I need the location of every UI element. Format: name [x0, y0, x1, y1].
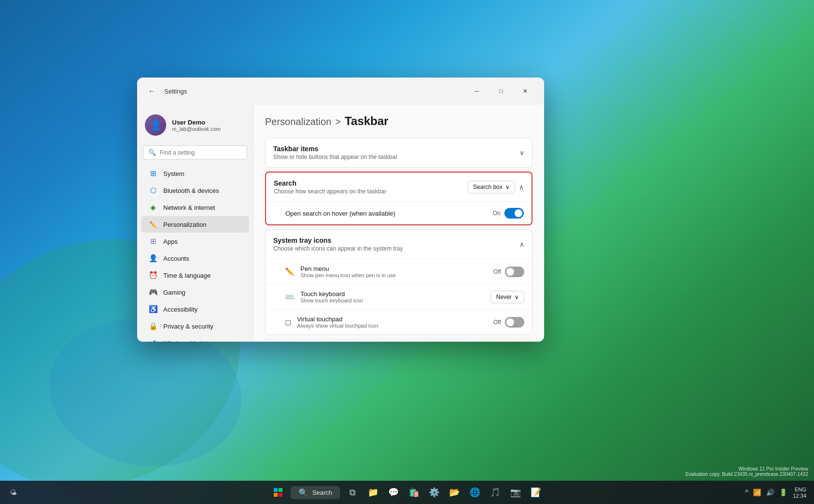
touch-keyboard-dropdown[interactable]: Never ∨: [491, 291, 524, 303]
taskbar-search[interactable]: 🔍 Search: [291, 486, 340, 499]
nav-item-gaming[interactable]: 🎮 Gaming: [141, 284, 249, 300]
nav-item-time[interactable]: ⏰ Time & language: [141, 267, 249, 284]
nav-item-apps[interactable]: ⊞ Apps: [141, 233, 249, 250]
nav-item-privacy[interactable]: 🔒 Privacy & security: [141, 318, 249, 334]
virtual-touchpad-title: Virtual touchpad: [297, 315, 378, 323]
nav-item-windows-update[interactable]: ↺ Windows Update: [141, 335, 249, 342]
system-tray-section: System tray icons Choose which icons can…: [265, 229, 532, 335]
taskbar-app-files[interactable]: 📂: [445, 483, 464, 502]
breadcrumb-separator: >: [335, 116, 341, 127]
nav-item-personalization[interactable]: ✏️ Personalization: [141, 216, 249, 233]
nav-label-bluetooth: Bluetooth & devices: [163, 187, 219, 194]
taskbar: 🌤 🔍 Search ⧉ 📁 💬 🛍️: [0, 481, 814, 504]
minimize-button[interactable]: ─: [466, 83, 488, 99]
taskbar-app-explorer[interactable]: 📁: [363, 483, 383, 502]
system-tray: ^ 📶 🔊 🔋: [744, 488, 789, 497]
taskbar-app-capture[interactable]: 📷: [506, 483, 525, 502]
taskbar-items-subtitle: Show or hide buttons that appear on the …: [273, 154, 397, 160]
back-button[interactable]: ←: [145, 84, 158, 98]
svg-rect-2: [274, 493, 278, 497]
system-tray-title: System tray icons: [273, 236, 403, 244]
explorer-icon: 📁: [368, 487, 378, 498]
notepad-icon: 📝: [531, 487, 541, 498]
taskbar-weather[interactable]: 🌤: [8, 487, 18, 498]
accessibility-icon: ♿: [149, 305, 157, 314]
task-view-button[interactable]: ⧉: [343, 483, 362, 502]
virtual-touchpad-left: ◻ Virtual touchpad Always show virtual t…: [285, 315, 378, 329]
window-title: Settings: [164, 88, 187, 95]
build-number: Evaluation copy. Build 23435.ni_prerelea…: [686, 472, 808, 477]
taskbar-search-text: Search: [312, 489, 332, 496]
build-info: Windows 11 Pro Insider Preview Evaluatio…: [686, 466, 808, 477]
taskbar-items-title: Taskbar items: [273, 145, 397, 153]
system-tray-header[interactable]: System tray icons Choose which icons can…: [266, 230, 532, 259]
touch-keyboard-info: Touch keyboard Show touch keyboard icon: [300, 290, 363, 303]
taskbar-app-chat[interactable]: 💬: [384, 483, 403, 502]
start-button[interactable]: [268, 483, 288, 502]
window-controls: ─ □ ✕: [466, 83, 536, 99]
search-hover-toggle[interactable]: [504, 208, 524, 219]
breadcrumb-current: Taskbar: [344, 114, 388, 128]
edge-icon: 🌐: [470, 487, 480, 498]
nav-label-time: Time & language: [163, 272, 211, 279]
taskbar-app-notepad[interactable]: 📝: [526, 483, 546, 502]
search-title-group: Search Choose how search appears on the …: [274, 179, 386, 195]
tray-network-icon[interactable]: 📶: [751, 488, 763, 497]
search-section-header: Search Choose how search appears on the …: [266, 173, 532, 202]
minimize-icon: ─: [475, 88, 479, 94]
tray-chevron[interactable]: ^: [744, 488, 750, 497]
title-bar-left: ← Settings: [145, 84, 187, 98]
nav-item-network[interactable]: ◈ Network & internet: [141, 199, 249, 216]
search-mode-value: Search box: [473, 184, 502, 190]
nav-item-accounts[interactable]: 👤 Accounts: [141, 250, 249, 267]
touch-keyboard-right: Never ∨: [491, 291, 524, 303]
search-mode-dropdown[interactable]: Search box ∨: [468, 181, 515, 193]
nav-item-system[interactable]: ⊞ System: [141, 165, 249, 182]
svg-rect-0: [274, 488, 278, 492]
virtual-touchpad-toggle[interactable]: [505, 317, 524, 328]
accounts-icon: 👤: [149, 254, 157, 263]
settings-window: ← Settings ─ □ ✕ 👤 Use: [137, 78, 544, 342]
nav-item-accessibility[interactable]: ♿ Accessibility: [141, 301, 249, 317]
pen-menu-left: ✏️ Pen menu Show pen menu icon when pen …: [285, 265, 396, 278]
taskbar-app-edge[interactable]: 🌐: [465, 483, 485, 502]
window-body: 👤 User Demo m_lab@outlook.com 🔍 ⊞ System…: [137, 105, 544, 342]
other-tray-header[interactable]: Other system tray icons Show or hide add…: [266, 339, 532, 342]
touch-keyboard-icon: ⌨️: [285, 292, 295, 301]
pen-menu-icon: ✏️: [285, 267, 295, 276]
maximize-button[interactable]: □: [490, 83, 512, 99]
tray-volume-icon[interactable]: 🔊: [765, 488, 776, 497]
privacy-icon: 🔒: [149, 322, 157, 331]
search-collapse-chevron[interactable]: ∧: [519, 183, 524, 191]
svg-rect-3: [279, 493, 282, 497]
taskbar-center: 🔍 Search ⧉ 📁 💬 🛍️ ⚙️ 📂 🌐 🎵 📷: [268, 483, 545, 502]
taskbar-items-chevron: ∨: [519, 149, 524, 157]
tray-battery-icon[interactable]: 🔋: [778, 488, 789, 497]
store-icon: 🛍️: [408, 487, 419, 498]
settings-search-box[interactable]: 🔍: [143, 145, 247, 159]
time-icon: ⏰: [149, 271, 157, 280]
close-button[interactable]: ✕: [514, 83, 536, 99]
pen-menu-desc: Show pen menu icon when pen is in use: [300, 272, 396, 278]
taskbar-app-settings[interactable]: ⚙️: [424, 483, 444, 502]
search-section-title: Search: [274, 179, 386, 187]
taskbar-app-media[interactable]: 🎵: [485, 483, 505, 502]
user-profile[interactable]: 👤 User Demo m_lab@outlook.com: [137, 109, 253, 143]
maximize-icon: □: [499, 88, 502, 94]
nav-item-bluetooth[interactable]: ⬡ Bluetooth & devices: [141, 182, 249, 199]
settings-search-input[interactable]: [160, 149, 242, 156]
system-clock[interactable]: ENG 12:34: [793, 487, 806, 499]
search-section-subtitle: Choose how search appears on the taskbar: [274, 188, 386, 195]
taskbar-app-store[interactable]: 🛍️: [404, 483, 423, 502]
nav-label-network: Network & internet: [163, 204, 215, 211]
pen-menu-item: ✏️ Pen menu Show pen menu icon when pen …: [266, 259, 532, 284]
taskbar-items-header[interactable]: Taskbar items Show or hide buttons that …: [266, 138, 532, 167]
taskbar-items-title-group: Taskbar items Show or hide buttons that …: [273, 145, 397, 160]
back-icon: ←: [148, 87, 155, 95]
taskbar-search-icon: 🔍: [298, 488, 308, 497]
pen-menu-title: Pen menu: [300, 265, 396, 272]
pen-menu-toggle[interactable]: [505, 267, 524, 277]
pen-menu-info: Pen menu Show pen menu icon when pen is …: [300, 265, 396, 278]
title-bar: ← Settings ─ □ ✕: [137, 78, 544, 105]
other-tray-section: Other system tray icons Show or hide add…: [265, 339, 532, 342]
